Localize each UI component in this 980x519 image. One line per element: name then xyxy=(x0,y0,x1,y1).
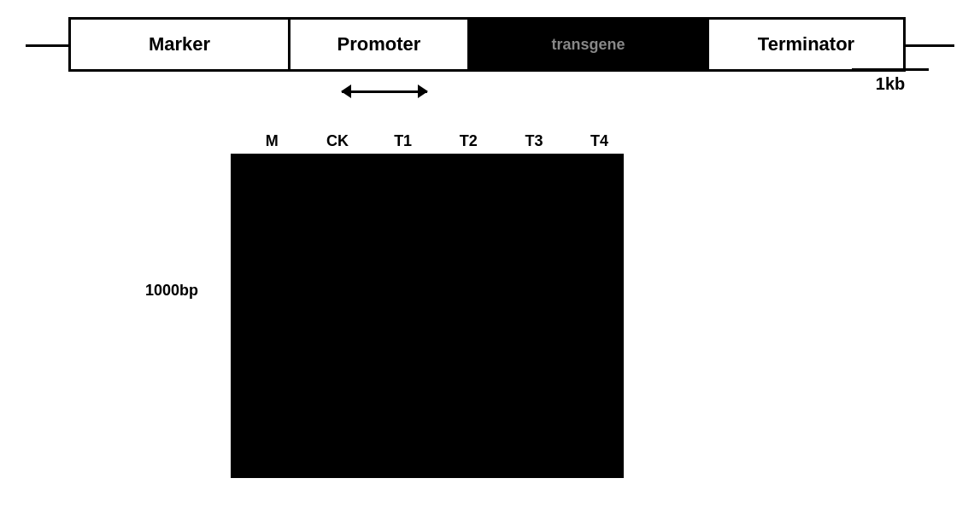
promoter-label: Promoter xyxy=(337,33,421,55)
arrow-line xyxy=(342,90,427,93)
gel-section: M CK T1 T2 T3 T4 xyxy=(231,132,641,478)
gene-box: transgene xyxy=(470,17,709,72)
marker-box: Marker xyxy=(68,17,290,72)
lane-label-T4: T4 xyxy=(574,132,625,150)
scale-bar-container: 1kb xyxy=(852,68,929,94)
lane-labels: M CK T1 T2 T3 T4 xyxy=(231,132,641,150)
bp-label: 1000bp xyxy=(145,282,198,300)
terminator-box: Terminator xyxy=(709,17,906,72)
diagram-area: Marker Promoter transgene Terminator 1kb xyxy=(0,9,980,145)
lane-label-T2: T2 xyxy=(443,132,494,150)
lane-label-T1: T1 xyxy=(378,132,429,150)
boxes-container: Marker Promoter transgene Terminator xyxy=(68,17,906,72)
lane-label-CK: CK xyxy=(312,132,363,150)
arrow-container xyxy=(333,79,436,104)
promoter-box: Promoter xyxy=(290,17,470,72)
gene-label: transgene xyxy=(551,36,625,54)
double-arrow xyxy=(333,79,436,104)
lane-label-T3: T3 xyxy=(508,132,560,150)
terminator-label: Terminator xyxy=(758,33,854,55)
lane-label-M: M xyxy=(246,132,297,150)
scale-bar xyxy=(852,68,929,71)
scale-label: 1kb xyxy=(876,74,905,94)
gel-image xyxy=(231,154,624,478)
marker-label: Marker xyxy=(149,33,210,55)
